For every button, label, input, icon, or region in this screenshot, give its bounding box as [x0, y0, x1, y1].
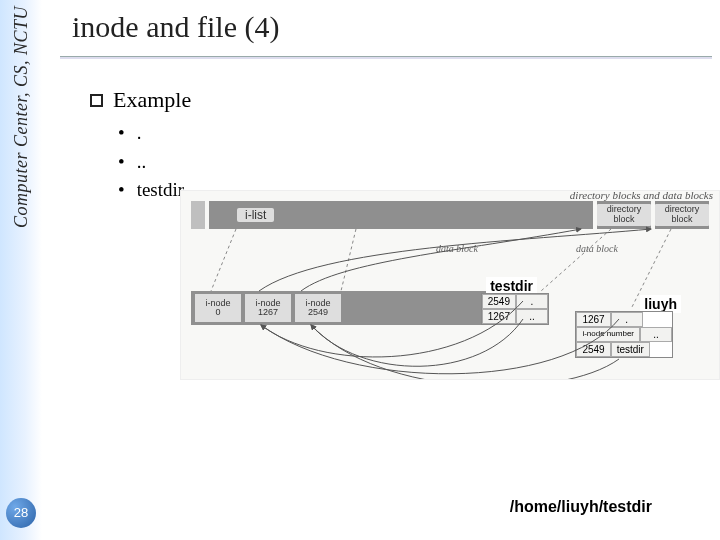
title-divider — [60, 56, 712, 59]
affiliation-text: Computer Center, CS, NCTU — [0, 6, 42, 228]
data-block-hint-1: data block — [436, 243, 478, 254]
ilist-region: i-list — [209, 201, 593, 229]
slide-sidebar: Computer Center, CS, NCTU 28 — [0, 0, 42, 540]
data-block-hint-2: data block — [576, 243, 618, 254]
bullet-example: Example — [90, 87, 712, 113]
dir-table-liuyh: 1267 . i-node number .. 2549 testdir — [575, 311, 673, 358]
directory-block-1: directory block — [597, 201, 651, 229]
dir-and-data-label: directory blocks and data blocks — [570, 189, 713, 201]
bullet-example-label: Example — [113, 87, 191, 113]
slide-title: inode and file (4) — [72, 10, 712, 44]
slide-content: inode and file (4) Example . .. testdir … — [60, 0, 712, 540]
boot-block — [191, 201, 205, 229]
bullet-dot: . — [118, 119, 712, 148]
bullet-dotdot: .. — [118, 148, 712, 177]
inode-1267: i-node 1267 — [245, 294, 291, 322]
inode-diagram: directory blocks and data blocks i-list … — [180, 190, 720, 380]
inode-0: i-node 0 — [195, 294, 241, 322]
ilist-label: i-list — [237, 208, 274, 222]
footer-path: /home/liuyh/testdir — [510, 498, 652, 516]
inode-2549: i-node 2549 — [295, 294, 341, 322]
square-bullet-icon — [90, 94, 103, 107]
dir-table-testdir: 2549 . 1267 .. — [481, 293, 549, 325]
disk-layout-bar: i-list directory block directory block — [191, 201, 709, 229]
directory-block-2: directory block — [655, 201, 709, 229]
inode-array: i-node 0 i-node 1267 i-node 2549 — [191, 291, 497, 325]
bullet-block: Example . .. testdir — [90, 87, 712, 205]
page-number-badge: 28 — [6, 498, 36, 528]
